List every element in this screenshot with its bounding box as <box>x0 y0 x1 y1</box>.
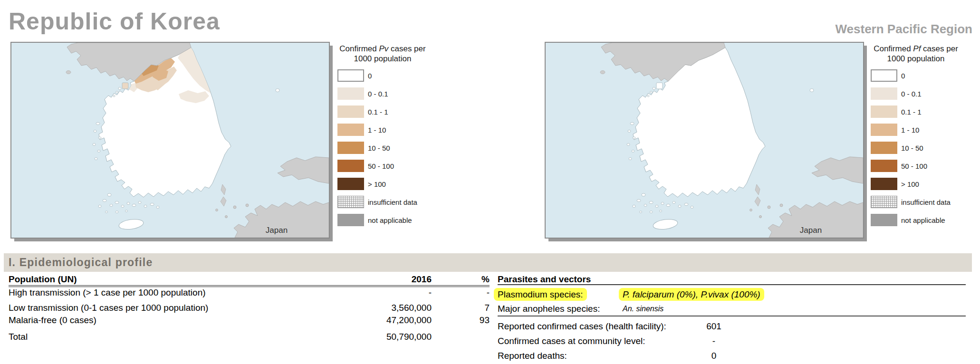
population-row-value: 47,200,000 <box>346 316 432 325</box>
legend-row: 0 - 0.1 <box>337 87 432 100</box>
population-row-value: 3,560,000 <box>346 303 432 312</box>
region-label: Western Pacific Region <box>836 22 973 37</box>
section-header: I. Epidemiological profile <box>4 253 972 272</box>
table-row: Total50,790,000 <box>9 332 490 341</box>
legend-label: insufficient data <box>901 198 951 206</box>
legend-row: 50 - 100 <box>871 160 966 172</box>
legend-swatch <box>337 124 364 136</box>
legend-swatch <box>337 105 364 118</box>
parasites-table: Parasites and vectors Plasmodium species… <box>498 275 966 360</box>
population-table: Population (UN) 2016 % High transmission… <box>9 275 490 341</box>
legend-label: 10 - 50 <box>901 144 923 152</box>
legend-row: 0 <box>337 69 432 82</box>
pf-legend-rows: 00 - 0.10.1 - 11 - 1010 - 5050 - 100> 10… <box>866 69 966 226</box>
legend-swatch <box>871 69 897 82</box>
legend-label: 0.1 - 1 <box>368 108 388 116</box>
pv-map: Japan <box>10 42 330 239</box>
legend-swatch <box>337 178 364 190</box>
population-row-percent <box>432 332 490 341</box>
anopheles-value: An. sinensis <box>623 304 966 313</box>
pf-legend-title: Confirmed Pf cases per 1000 population <box>866 44 966 64</box>
legend-label: > 100 <box>901 180 919 188</box>
legend-swatch <box>871 160 897 172</box>
country-profile-page: Republic of Korea Western Pacific Region… <box>0 0 980 364</box>
legend-row: insufficient data <box>871 196 966 208</box>
legend-label: 0 <box>901 72 905 80</box>
legend-label: 0 - 0.1 <box>368 90 388 98</box>
legend-row: 0 - 0.1 <box>871 87 966 100</box>
legend-row: 50 - 100 <box>337 160 432 172</box>
legend-label: insufficient data <box>368 198 417 206</box>
legend-label: 0.1 - 1 <box>901 108 922 116</box>
japan-label: Japan <box>266 226 288 235</box>
legend-label: not applicable <box>901 216 945 224</box>
legend-row: 0.1 - 1 <box>871 105 966 118</box>
ganghwa-island <box>656 83 663 89</box>
pf-legend: Confirmed Pf cases per 1000 population 0… <box>866 44 966 232</box>
stat-value: - <box>692 336 735 345</box>
legend-label: 50 - 100 <box>901 162 927 170</box>
legend-swatch <box>337 196 364 208</box>
legend-row: 1 - 10 <box>871 124 966 136</box>
legend-swatch <box>337 160 364 172</box>
stat-label: Reported confirmed cases (health facilit… <box>498 322 692 331</box>
pv-legend: Confirmed Pv cases per 1000 population 0… <box>333 44 432 232</box>
table-row: Reported deaths:0 <box>498 351 966 360</box>
legend-label: not applicable <box>368 216 412 224</box>
population-header-label: Population (UN) <box>9 275 346 284</box>
population-table-header: Population (UN) 2016 % <box>9 275 490 287</box>
japan-label: Japan <box>800 226 822 235</box>
legend-swatch <box>337 69 364 82</box>
pv-map-svg: Japan <box>11 43 329 238</box>
legend-row: 10 - 50 <box>337 142 432 154</box>
anopheles-label: Major anopheles species: <box>498 304 623 313</box>
legend-label: > 100 <box>368 180 386 188</box>
legend-swatch <box>871 87 897 100</box>
legend-swatch <box>871 196 897 208</box>
legend-row: not applicable <box>337 214 432 226</box>
pf-map-svg: Japan <box>546 43 863 238</box>
legend-row: > 100 <box>871 178 966 190</box>
parasites-table-divider <box>498 316 966 316</box>
population-header-percent: % <box>432 275 490 284</box>
legend-label: 1 - 10 <box>901 126 919 134</box>
stat-value: 0 <box>692 351 735 360</box>
population-row-percent: 93 <box>432 316 490 325</box>
legend-label: 0 <box>368 72 372 80</box>
population-row-percent: - <box>432 288 490 297</box>
population-row-percent: 7 <box>432 303 490 312</box>
legend-swatch <box>871 105 897 118</box>
legend-row: > 100 <box>337 178 432 190</box>
anopheles-species-row: Major anopheles species: An. sinensis <box>498 304 966 313</box>
table-row: Reported confirmed cases (health facilit… <box>498 322 966 331</box>
legend-swatch <box>871 178 897 190</box>
legend-row: 10 - 50 <box>871 142 966 154</box>
legend-label: 10 - 50 <box>368 144 390 152</box>
population-header-year: 2016 <box>346 275 432 284</box>
stat-label: Reported deaths: <box>498 351 692 360</box>
population-row-label: Low transmission (0-1 cases per 1000 pop… <box>9 303 346 312</box>
legend-swatch <box>337 214 364 226</box>
population-row-value: 50,790,000 <box>346 332 432 341</box>
page-title: Republic of Korea <box>9 8 220 35</box>
population-row-label: High transmission (> 1 case per 1000 pop… <box>9 288 346 297</box>
stat-label: Confirmed cases at community level: <box>498 336 692 345</box>
legend-row: 1 - 10 <box>337 124 432 136</box>
table-row: Malaria-free (0 cases)47,200,00093 <box>9 316 490 325</box>
parasites-table-title: Parasites and vectors <box>498 275 966 285</box>
ganghwa-island <box>122 83 128 89</box>
legend-swatch <box>871 214 897 226</box>
pv-legend-title: Confirmed Pv cases per 1000 population <box>333 44 432 64</box>
pf-map: Japan <box>545 42 864 239</box>
population-row-label: Malaria-free (0 cases) <box>9 316 346 325</box>
table-row: Low transmission (0-1 cases per 1000 pop… <box>9 303 490 312</box>
population-row-label: Total <box>9 332 346 341</box>
plasmodium-species-row: Plasmodium species: P. falciparum (0%), … <box>498 289 966 299</box>
legend-label: 1 - 10 <box>368 126 386 134</box>
stat-value: 601 <box>692 322 735 331</box>
legend-row: not applicable <box>871 214 966 226</box>
population-row-value: - <box>346 288 432 297</box>
legend-swatch <box>871 124 897 136</box>
legend-swatch <box>871 142 897 154</box>
legend-label: 50 - 100 <box>368 162 394 170</box>
